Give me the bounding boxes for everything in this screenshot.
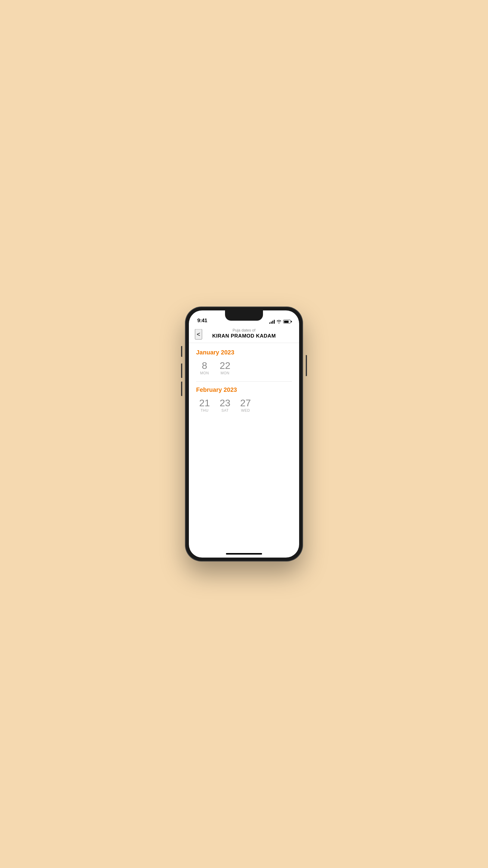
date-number-feb-23: 23 (220, 398, 230, 408)
section-divider (196, 381, 292, 381)
signal-bar-1 (269, 322, 270, 324)
date-item-feb-23: 23 SAT (218, 398, 232, 412)
battery-fill (284, 321, 289, 323)
signal-icon (269, 319, 275, 324)
phone-screen: 9:41 (189, 310, 299, 558)
date-item-jan-22: 22 MON (218, 361, 232, 375)
volume-down-button[interactable] (181, 381, 182, 396)
wifi-icon (276, 320, 281, 323)
signal-bar-4 (274, 320, 275, 324)
phone-frame: 9:41 (185, 307, 303, 561)
date-number-jan-22: 22 (220, 361, 230, 370)
mute-button[interactable] (181, 346, 182, 357)
month-title-feb: February 2023 (196, 386, 292, 393)
date-number-jan-8: 8 (202, 361, 207, 370)
home-indicator[interactable] (226, 553, 262, 555)
month-title-jan: January 2023 (196, 349, 292, 356)
volume-up-button[interactable] (181, 364, 182, 378)
signal-bar-2 (271, 321, 272, 324)
header-subtitle: Puja dates of (195, 328, 293, 333)
signal-bar-3 (272, 321, 273, 324)
date-item-jan-8: 8 MON (197, 361, 212, 375)
notch (225, 310, 263, 321)
date-day-jan-8: MON (200, 371, 209, 375)
dates-row-feb: 21 THU 23 SAT 27 WED (196, 398, 292, 412)
date-item-feb-21: 21 THU (197, 398, 212, 412)
month-section-jan: January 2023 8 MON 22 MON (196, 349, 292, 375)
month-section-feb: February 2023 21 THU 23 SAT 27 WED (196, 386, 292, 412)
header-title: KIRAN PRAMOD KADAM (195, 333, 293, 339)
content-area: January 2023 8 MON 22 MON February 2023 (189, 343, 299, 425)
date-day-feb-27: WED (241, 408, 250, 412)
power-button[interactable] (306, 355, 307, 376)
date-day-feb-23: SAT (221, 408, 229, 412)
date-item-feb-27: 27 WED (238, 398, 253, 412)
date-number-feb-27: 27 (240, 398, 251, 408)
date-day-jan-22: MON (221, 371, 230, 375)
date-day-feb-21: THU (201, 408, 208, 412)
battery-icon (283, 320, 291, 323)
date-number-feb-21: 21 (199, 398, 210, 408)
nav-header: < Puja dates of KIRAN PRAMOD KADAM (189, 326, 299, 343)
dates-row-jan: 8 MON 22 MON (196, 361, 292, 375)
back-button[interactable]: < (195, 329, 202, 339)
status-icons (269, 319, 291, 324)
status-time: 9:41 (197, 318, 207, 324)
